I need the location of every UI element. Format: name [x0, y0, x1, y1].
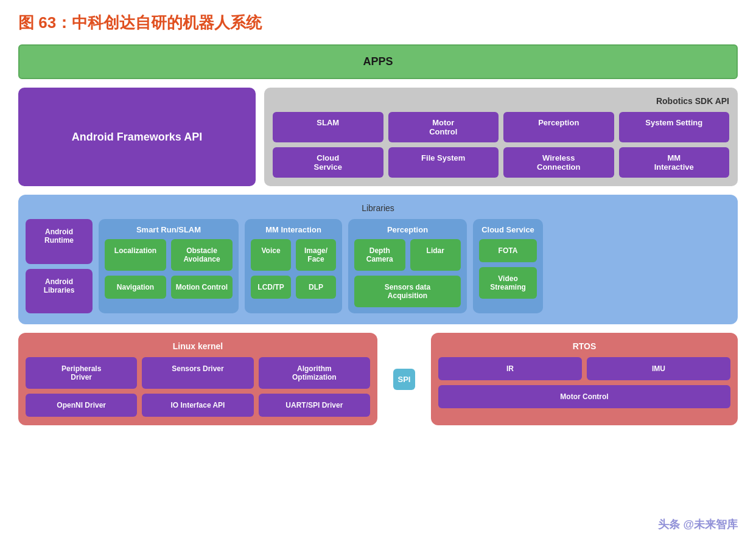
sdk-cloud: CloudService: [273, 147, 383, 178]
sdk-box: Robotics SDK API SLAM MotorControl Perce…: [264, 88, 738, 186]
sdk-grid: SLAM MotorControl Perception System Sett…: [273, 112, 729, 178]
localization: Localization: [105, 239, 166, 271]
sdk-slam: SLAM: [273, 112, 383, 142]
cloud-box: Cloud Service FOTA VideoStreaming: [473, 219, 543, 313]
apps-bar: APPS: [18, 44, 738, 79]
sdk-motor: MotorControl: [388, 112, 499, 142]
sdk-system-setting: System Setting: [619, 112, 730, 142]
android-api-box: Android Frameworks API: [18, 88, 256, 186]
ir: IR: [438, 357, 582, 380]
sdk-title: Robotics SDK API: [273, 96, 729, 106]
slam-title: Smart Run/SLAM: [105, 225, 233, 234]
mm-box: MM Interaction Voice Image/Face LCD/TP D…: [245, 219, 342, 313]
bottom-row: Linux kernel PeripheralsDriver Sensors D…: [18, 333, 738, 425]
android-runtime: AndroidRuntime: [26, 219, 93, 264]
libraries-row: Libraries AndroidRuntime AndroidLibrarie…: [18, 195, 738, 324]
perception-top-row: DepthCamera Lidar: [354, 239, 461, 271]
sensors-data: Sensors dataAcquisition: [354, 276, 461, 307]
sdk-wireless: WirelessConnection: [503, 147, 614, 178]
sensors-driver: Sensors Driver: [142, 357, 253, 389]
io-interface: IO Interface API: [142, 394, 253, 417]
uart-spi-driver: UART/SPI Driver: [259, 394, 370, 417]
obstacle-avoidance: ObstacleAvoidance: [171, 239, 233, 271]
rtos-grid: IR IMU Motor Control: [438, 357, 730, 408]
linux-box: Linux kernel PeripheralsDriver Sensors D…: [18, 333, 377, 425]
slam-grid: Localization ObstacleAvoidance Navigatio…: [105, 239, 233, 299]
image-face: Image/Face: [296, 239, 336, 271]
watermark: 头条 @未来智库: [658, 517, 738, 532]
lidar: Lidar: [410, 239, 461, 271]
android-runtime-col: AndroidRuntime AndroidLibraries: [26, 219, 93, 313]
sdk-perception: Perception: [503, 112, 614, 142]
perception-box: Perception DepthCamera Lidar Sensors dat…: [348, 219, 467, 313]
motor-control: Motor Control: [438, 385, 730, 408]
mm-title: MM Interaction: [251, 225, 336, 234]
cloud-title: Cloud Service: [479, 225, 537, 234]
fota: FOTA: [479, 239, 537, 262]
cloud-items: FOTA VideoStreaming: [479, 239, 537, 299]
video-streaming: VideoStreaming: [479, 267, 537, 299]
spi-badge: SPI: [393, 369, 416, 390]
perception-title: Perception: [354, 225, 461, 234]
lcd-tp: LCD/TP: [251, 276, 291, 299]
dlp: DLP: [296, 276, 336, 299]
spi-area: SPI: [386, 333, 422, 425]
rtos-box: RTOS IR IMU Motor Control: [431, 333, 738, 425]
lib-inner: AndroidRuntime AndroidLibraries Smart Ru…: [26, 219, 730, 313]
voice: Voice: [251, 239, 291, 271]
rtos-title: RTOS: [438, 341, 730, 351]
navigation: Navigation: [105, 276, 166, 299]
motion-control: Motion Control: [171, 276, 233, 299]
linux-grid: PeripheralsDriver Sensors Driver Algorit…: [26, 357, 370, 417]
sdk-mm: MMInteractive: [619, 147, 730, 178]
peripherals-driver: PeripheralsDriver: [26, 357, 137, 389]
openni-driver: OpenNI Driver: [26, 394, 137, 417]
sdk-filesystem: File System: [388, 147, 499, 178]
android-libraries: AndroidLibraries: [26, 269, 93, 314]
page-title: 图 63：中科创达自研的机器人系统: [18, 12, 738, 33]
linux-title: Linux kernel: [26, 341, 370, 351]
algorithm-opt: AlgorithmOptimization: [259, 357, 370, 389]
slam-box: Smart Run/SLAM Localization ObstacleAvoi…: [99, 219, 239, 313]
mm-grid: Voice Image/Face LCD/TP DLP: [251, 239, 336, 299]
depth-camera: DepthCamera: [354, 239, 405, 271]
libraries-title: Libraries: [26, 203, 730, 213]
imu: IMU: [587, 357, 730, 380]
